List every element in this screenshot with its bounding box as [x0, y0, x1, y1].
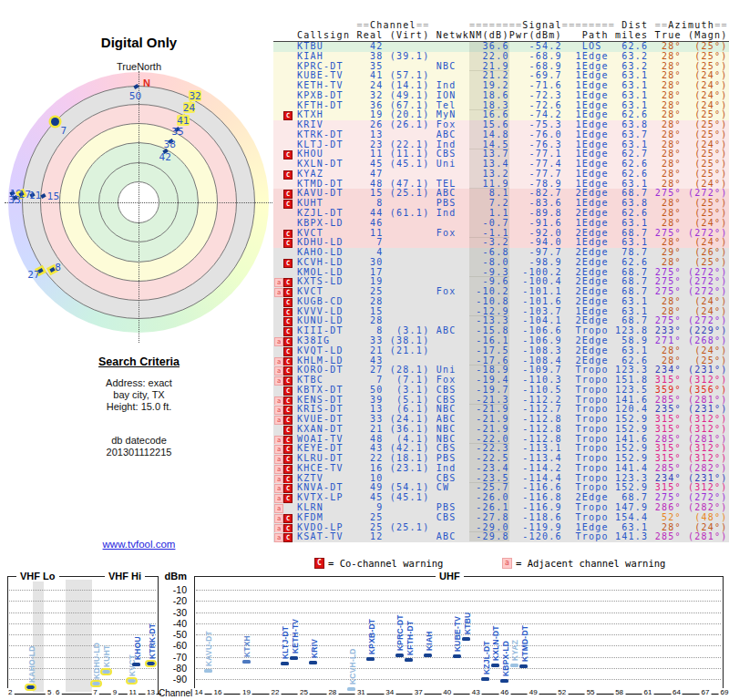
dbm-tick: -10 [163, 584, 187, 595]
co-channel-flag: C [283, 514, 293, 523]
gridline [196, 668, 721, 669]
signal-bar [424, 654, 432, 657]
gridline [196, 612, 721, 613]
signal-bar [309, 661, 317, 664]
channel-tick: 9 [111, 688, 118, 696]
adjacent-channel-flag: a [274, 416, 283, 425]
co-channel-flag: C [283, 396, 293, 406]
signal-bar [366, 657, 375, 661]
co-channel-flag: C [283, 337, 293, 346]
co-channel-flag: C [283, 465, 293, 474]
co-channel-flag: C [283, 288, 293, 297]
radar-point-label: 42 [159, 151, 171, 162]
adjacent-channel-flag: a [274, 357, 283, 366]
co-channel-flag: C [283, 426, 293, 435]
channel-tick: 69 [719, 688, 729, 696]
adjacent-channel-legend: = Adjacent channel warning [516, 558, 665, 569]
channel-axis-label: Channel [159, 688, 192, 698]
adjacent-channel-flag: a [274, 288, 283, 297]
channel-tick: 16 [212, 688, 224, 696]
co-channel-flag: C [283, 170, 293, 180]
radar-point-label: 50 [129, 90, 141, 101]
channel-tick: 19 [241, 688, 252, 696]
co-channel-flag: C [283, 386, 293, 396]
bar-callsign-label: KTRK-DT [148, 623, 157, 659]
signal-bar [92, 682, 100, 685]
radar-title: Digital Only [55, 35, 223, 50]
bar-callsign-label: KRIV [310, 639, 319, 658]
dbm-axis-label: dBm [163, 571, 187, 582]
co-channel-flag: C [283, 190, 293, 199]
radar-point-label: 15 [47, 190, 59, 201]
dbm-tick: -60 [163, 640, 187, 651]
signal-bar [204, 669, 212, 673]
dbm-tick: -40 [163, 618, 187, 629]
co-channel-flag: C [283, 317, 293, 326]
signal-bar [405, 658, 413, 662]
co-channel-flag: C [283, 298, 293, 307]
bar-callsign-label: KLTJ-DT [281, 626, 290, 659]
signal-bar [128, 679, 136, 683]
co-channel-flag: C [283, 406, 293, 415]
signal-bar [453, 654, 461, 658]
signal-bar [481, 677, 489, 681]
table-group-header: ==Channel== ========Signal======== Dist … [273, 20, 729, 30]
signal-bar [491, 664, 499, 667]
bar-callsign-label: KTMD-DT [520, 625, 529, 662]
adjacent-channel-flag: a [274, 504, 283, 513]
channel-tick: 46 [498, 688, 510, 696]
signal-bar [347, 687, 355, 691]
co-channel-flag: C [283, 376, 293, 386]
dbm-tick: -70 [163, 652, 187, 663]
radar-point-label: 7 [60, 125, 67, 136]
adjacent-channel-flag: a [274, 465, 283, 474]
channel-tick: 25 [298, 688, 310, 696]
gridline [9, 623, 156, 624]
gridline [9, 601, 156, 602]
adjacent-channel-icon: a [502, 558, 512, 569]
co-channel-flag: C [283, 416, 293, 425]
channel-tick: 67 [700, 688, 712, 696]
channel-tick: 61 [642, 688, 654, 696]
uhf-title: UHF [436, 571, 464, 582]
co-channel-flag: C [283, 524, 293, 533]
channel-tick: 43 [470, 688, 482, 696]
radar-point-label: 27 [27, 269, 39, 280]
adjacent-channel-flag: a [274, 445, 283, 454]
channel-tick: 7 [91, 688, 98, 696]
co-channel-flag: C [283, 484, 293, 493]
criteria-city: bay city, TX [36, 389, 241, 400]
channel-tick: 49 [528, 688, 539, 696]
radar-crosshair-horizontal [5, 202, 272, 203]
co-channel-flag: C [283, 327, 293, 336]
signal-bar [102, 670, 110, 674]
dbm-tick: -30 [163, 607, 187, 618]
co-channel-flag: C [283, 259, 293, 268]
co-channel-flag: C [283, 436, 293, 445]
channel-tick: 55 [585, 688, 597, 696]
adjacent-channel-flag: a [274, 533, 283, 542]
datecode-value: 201301112215 [36, 447, 241, 458]
panel-right-border [158, 576, 159, 694]
bar-callsign-label: KXLN-DT [491, 625, 500, 661]
co-channel-flag: C [283, 150, 293, 160]
dbm-tick: -50 [163, 629, 187, 640]
tvfool-report: Digital Only TrueNorth N 503224413538427… [0, 0, 729, 700]
signal-bar [132, 663, 140, 666]
bar-callsign-label: KBPX-LD [501, 641, 510, 676]
gridline [196, 601, 721, 602]
co-channel-flag: C [283, 347, 293, 356]
radar-point-label: 41 [177, 115, 189, 126]
channel-tick: 5 [46, 688, 53, 696]
search-criteria-title: Search Criteria [55, 355, 223, 368]
signal-bar [26, 685, 35, 689]
bar-callsign-label: KTBU [463, 612, 472, 634]
signal-bar [281, 662, 289, 665]
co-channel-flag: C [283, 455, 293, 464]
co-channel-flag: C [283, 533, 293, 542]
channel-tick: 37 [413, 688, 425, 696]
tvfool-link[interactable]: www.tvfool.com [55, 539, 223, 550]
signal-bar [242, 660, 251, 664]
radar-point-label: 8 [55, 262, 61, 273]
co-channel-flag: C [283, 475, 293, 484]
